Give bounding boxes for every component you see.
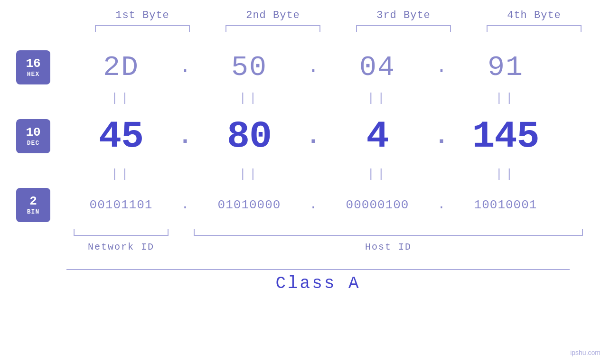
bin-dot1: . — [181, 197, 189, 212]
bin-badge-row: 2 BIN — [16, 184, 50, 226]
hex-b3: 04 — [323, 51, 432, 84]
hex-badge: 16 HEX — [16, 50, 50, 84]
eq2-b2: || — [195, 167, 304, 181]
eq2-b3: || — [323, 167, 432, 181]
hex-b1-value: 2D — [103, 51, 139, 84]
bracket-top-3 — [356, 25, 451, 32]
dec-dot3: . — [434, 123, 449, 150]
main-container: 1st Byte 2nd Byte 3rd Byte 4th Byte 16 H… — [0, 0, 610, 364]
class-line — [66, 269, 570, 270]
bin-b4: 10010001 — [451, 198, 560, 212]
dec-sep3: . — [432, 123, 451, 150]
eq1-b2: || — [195, 91, 304, 105]
bin-dot2: . — [310, 197, 318, 212]
data-rows: 2D . 50 . 04 . 91 — [66, 46, 589, 293]
hex-sep2: . — [304, 58, 323, 77]
eq2-b1: || — [66, 167, 176, 181]
bottom-brackets — [66, 229, 589, 239]
dec-b3-value: 4 — [366, 115, 388, 158]
id-labels: Network ID Host ID — [66, 242, 589, 262]
hex-row: 2D . 50 . 04 . 91 — [66, 46, 589, 89]
dec-sep1: . — [176, 123, 195, 150]
equals-row1: || || || || — [66, 89, 589, 108]
dec-dot2: . — [306, 123, 320, 150]
hex-dot3: . — [436, 56, 447, 78]
dec-row: 45 . 80 . 4 . 145 — [66, 108, 589, 165]
bracket-top-1 — [95, 25, 190, 32]
equals-row2: || || || || — [66, 165, 589, 184]
eq1-b1: || — [66, 91, 176, 105]
hex-b2-value: 50 — [231, 51, 267, 84]
byte-headers: 1st Byte 2nd Byte 3rd Byte 4th Byte — [77, 9, 600, 21]
bracket-top-4 — [487, 25, 582, 32]
dec-sep2: . — [304, 123, 323, 150]
hex-b2: 50 — [195, 51, 304, 84]
bin-badge-label: BIN — [27, 208, 39, 215]
dec-b2-value: 80 — [227, 115, 272, 158]
hex-badge-label: HEX — [27, 71, 39, 78]
dec-b3: 4 — [323, 115, 432, 158]
bin-sep2: . — [304, 198, 323, 212]
network-id-label: Network ID — [74, 242, 169, 252]
bin-b4-value: 10010001 — [474, 198, 537, 212]
eq2-b4: || — [451, 167, 560, 181]
dec-b4-value: 145 — [472, 115, 539, 158]
bin-dot3: . — [438, 197, 446, 212]
hex-b1: 2D — [66, 51, 176, 84]
hex-dot1: . — [179, 56, 191, 78]
hex-sep1: . — [176, 58, 195, 77]
bin-b2-value: 01010000 — [218, 198, 281, 212]
host-id-label: Host ID — [194, 242, 583, 252]
hex-sep3: . — [432, 58, 451, 77]
hex-b3-value: 04 — [359, 51, 395, 84]
byte3-header: 3rd Byte — [349, 9, 458, 21]
hex-b4-value: 91 — [488, 51, 524, 84]
byte1-header: 1st Byte — [88, 9, 197, 21]
dec-b2: 80 — [195, 115, 304, 158]
dec-badge-number: 10 — [26, 126, 40, 140]
byte2-header: 2nd Byte — [218, 9, 328, 21]
watermark: ipshu.com — [570, 349, 601, 356]
dec-b4: 145 — [451, 115, 560, 158]
badges-column: 16 HEX 10 DEC 2 BIN — [0, 46, 66, 293]
dec-badge: 10 DEC — [16, 119, 50, 153]
bin-b3: 00000100 — [323, 198, 432, 212]
bracket-host — [194, 229, 583, 236]
hex-b4: 91 — [451, 51, 560, 84]
top-brackets — [77, 25, 600, 32]
bin-sep1: . — [176, 198, 195, 212]
eq1-b3: || — [323, 91, 432, 105]
class-label: Class A — [66, 274, 570, 293]
eq1-b4: || — [451, 91, 560, 105]
dec-badge-label: DEC — [27, 140, 39, 147]
bracket-top-2 — [225, 25, 320, 32]
bracket-network — [74, 229, 169, 236]
content-area: 16 HEX 10 DEC 2 BIN — [0, 46, 610, 293]
hex-badge-number: 16 — [26, 57, 40, 71]
bin-b3-value: 00000100 — [346, 198, 409, 212]
bin-b2: 01010000 — [195, 198, 304, 212]
bin-b1-value: 00101101 — [90, 198, 153, 212]
dec-dot1: . — [178, 123, 192, 150]
dec-b1: 45 — [66, 115, 176, 158]
bin-b1: 00101101 — [66, 198, 176, 212]
dec-b1-value: 45 — [99, 115, 143, 158]
hex-dot2: . — [308, 56, 319, 78]
bin-badge-number: 2 — [29, 195, 37, 208]
byte4-header: 4th Byte — [479, 9, 589, 21]
bin-row: 00101101 . 01010000 . 00000100 . — [66, 184, 589, 226]
dec-badge-row: 10 DEC — [16, 108, 50, 165]
hex-badge-row: 16 HEX — [16, 46, 50, 89]
bin-badge: 2 BIN — [16, 188, 50, 222]
bin-sep3: . — [432, 198, 451, 212]
